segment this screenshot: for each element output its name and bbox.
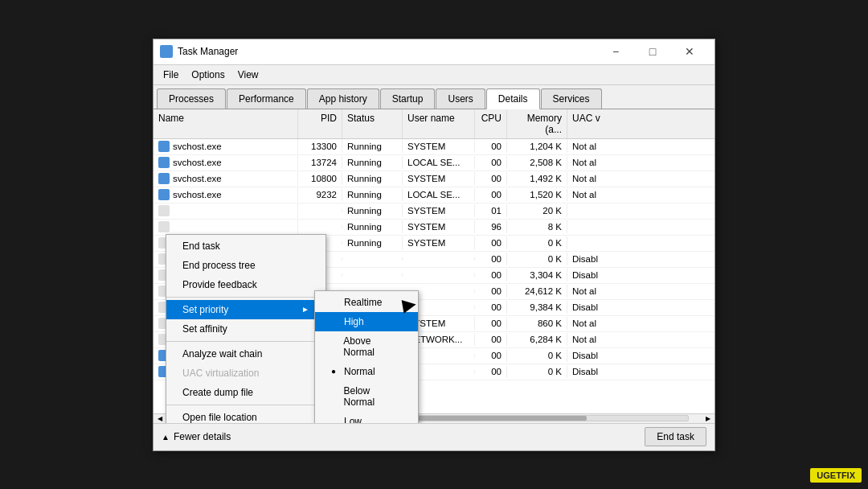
tab-processes[interactable]: Processes <box>157 88 226 109</box>
table-row[interactable]: svchost.exe 10800 Running SYSTEM 00 1,49… <box>154 171 714 187</box>
tab-services[interactable]: Services <box>541 88 602 109</box>
process-icon <box>158 221 170 232</box>
fewer-details-label: Fewer details <box>174 431 231 442</box>
context-menu: End task End process tree Provide feedba… <box>166 234 326 423</box>
title-bar: Task Manager − □ ✕ <box>154 39 714 65</box>
submenu-arrow: ► <box>301 305 309 314</box>
ctx-open-file-location[interactable]: Open file location <box>166 408 326 423</box>
ctx-end-task[interactable]: End task <box>166 236 326 256</box>
process-icon <box>158 141 170 152</box>
process-table: Name PID Status User name CPU Memory (a.… <box>154 109 714 423</box>
col-header-uac[interactable]: UAC v <box>567 109 616 138</box>
sub-high[interactable]: High <box>315 312 418 331</box>
tab-app-history[interactable]: App history <box>307 88 379 109</box>
menu-file[interactable]: File <box>157 67 185 83</box>
ctx-separator-3 <box>166 405 326 405</box>
status-bar: ▲ Fewer details End task <box>154 423 714 450</box>
menu-bar: File Options View <box>154 65 714 85</box>
scroll-right[interactable]: ▶ <box>702 413 714 423</box>
ctx-uac-virtualization: UAC virtualization <box>166 364 326 383</box>
col-header-memory[interactable]: Memory (a... <box>507 109 567 138</box>
window-title: Task Manager <box>178 46 597 57</box>
menu-options[interactable]: Options <box>185 67 231 83</box>
priority-submenu: Realtime High Above Normal ● Normal Belo… <box>314 290 419 423</box>
col-header-username[interactable]: User name <box>403 109 475 138</box>
tab-users[interactable]: Users <box>436 88 485 109</box>
tab-details[interactable]: Details <box>486 88 540 109</box>
sub-normal[interactable]: ● Normal <box>315 362 418 381</box>
table-row[interactable]: Running SYSTEM 01 20 K <box>154 203 714 220</box>
ctx-set-priority[interactable]: Set priority ► <box>166 300 326 319</box>
col-header-pid[interactable]: PID <box>298 109 342 138</box>
ctx-end-process-tree[interactable]: End process tree <box>166 256 326 275</box>
ctx-create-dump-file[interactable]: Create dump file <box>166 383 326 402</box>
window-controls: − □ ✕ <box>597 39 708 64</box>
task-manager-window: Task Manager − □ ✕ File Options View Pro… <box>153 39 715 451</box>
col-header-status[interactable]: Status <box>342 109 403 138</box>
maximize-button[interactable]: □ <box>634 39 671 64</box>
tab-startup[interactable]: Startup <box>380 88 436 109</box>
sub-above-normal[interactable]: Above Normal <box>315 331 418 362</box>
minimize-button[interactable]: − <box>597 39 634 64</box>
sub-realtime[interactable]: Realtime <box>315 293 418 312</box>
table-row[interactable]: svchost.exe 13724 Running LOCAL SE... 00… <box>154 155 714 171</box>
close-button[interactable]: ✕ <box>671 39 708 64</box>
end-task-button[interactable]: End task <box>645 427 706 446</box>
process-icon <box>158 189 170 200</box>
ctx-analyze-wait-chain[interactable]: Analyze wait chain <box>166 344 326 364</box>
sub-below-normal[interactable]: Below Normal <box>315 381 418 412</box>
process-icon <box>158 205 170 216</box>
ctx-provide-feedback[interactable]: Provide feedback <box>166 275 326 294</box>
ctx-separator-2 <box>166 341 326 342</box>
sub-low[interactable]: Low <box>315 412 418 423</box>
process-icon <box>158 157 170 168</box>
fewer-details-button[interactable]: ▲ Fewer details <box>162 431 231 442</box>
tab-performance[interactable]: Performance <box>227 88 306 109</box>
table-row[interactable]: svchost.exe 13300 Running SYSTEM 00 1,20… <box>154 139 714 155</box>
menu-view[interactable]: View <box>231 67 265 83</box>
table-header: Name PID Status User name CPU Memory (a.… <box>154 109 714 139</box>
table-row[interactable]: svchost.exe 9232 Running LOCAL SE... 00 … <box>154 187 714 203</box>
chevron-up-icon: ▲ <box>162 433 170 442</box>
table-row[interactable]: Running SYSTEM 96 8 K <box>154 220 714 236</box>
scroll-left[interactable]: ◀ <box>154 413 166 423</box>
ctx-set-affinity[interactable]: Set affinity <box>166 319 326 339</box>
col-header-cpu[interactable]: CPU <box>475 109 507 138</box>
process-icon <box>158 173 170 184</box>
ctx-separator-1 <box>166 297 326 298</box>
app-icon <box>160 45 173 58</box>
tab-bar: Processes Performance App history Startu… <box>154 85 714 109</box>
col-header-name[interactable]: Name <box>154 109 298 138</box>
watermark: UGETFIX <box>810 468 862 483</box>
